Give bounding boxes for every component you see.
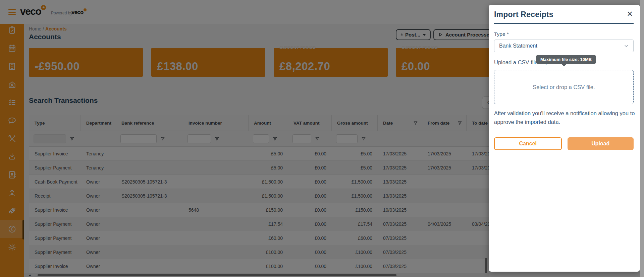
import-receipts-modal: Import Receipts ✕ Type * Bank Statement …: [489, 5, 640, 272]
validation-help-text: After validation you'll receive a notifi…: [494, 109, 636, 126]
csv-dropzone[interactable]: Select or drop a CSV file.: [494, 70, 634, 104]
close-icon[interactable]: ✕: [626, 10, 634, 18]
type-select-value: Bank Statement: [499, 43, 537, 49]
tooltip-text: Maximum file size: 10MB: [540, 57, 592, 62]
modal-divider: [494, 23, 634, 24]
page-scrollbar-track[interactable]: [640, 0, 644, 277]
dropzone-text: Select or drop a CSV file.: [533, 84, 595, 90]
application-window: veco+ Powered by veco £ Home / Accounts …: [0, 0, 644, 277]
file-size-tooltip: Maximum file size: 10MB: [536, 55, 596, 64]
chevron-down-icon: [623, 43, 629, 49]
cancel-button[interactable]: Cancel: [494, 137, 562, 150]
modal-title: Import Receipts: [494, 10, 553, 19]
type-select[interactable]: Bank Statement: [494, 40, 634, 52]
type-field-label: Type *: [494, 31, 634, 37]
upload-button[interactable]: Upload: [568, 137, 634, 150]
